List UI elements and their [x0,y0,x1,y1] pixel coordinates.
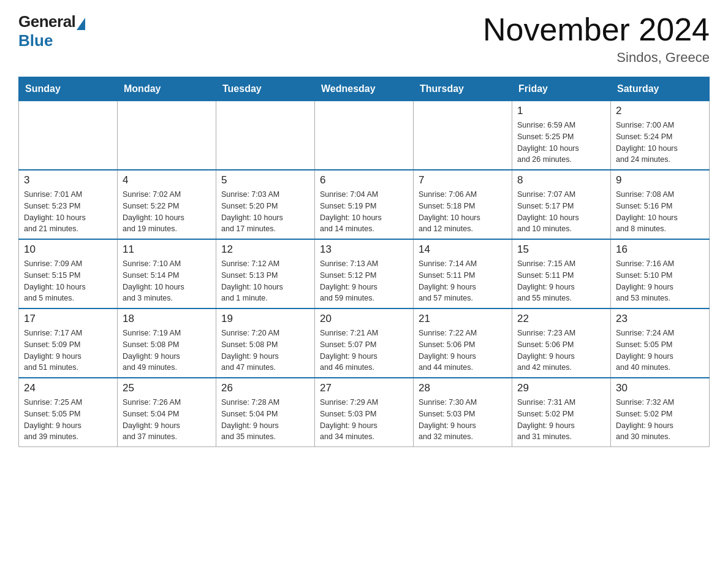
day-info: Sunrise: 7:20 AM Sunset: 5:08 PM Dayligh… [221,327,309,373]
calendar-cell: 25Sunrise: 7:26 AM Sunset: 5:04 PM Dayli… [118,378,216,447]
logo-arrow-icon [77,18,85,30]
day-info: Sunrise: 7:25 AM Sunset: 5:05 PM Dayligh… [24,397,112,443]
day-info: Sunrise: 7:12 AM Sunset: 5:13 PM Dayligh… [221,258,309,304]
calendar-cell [216,101,315,170]
day-info: Sunrise: 6:59 AM Sunset: 5:25 PM Dayligh… [517,120,605,166]
day-number: 13 [320,243,408,256]
day-info: Sunrise: 7:23 AM Sunset: 5:06 PM Dayligh… [517,327,605,373]
calendar-cell: 21Sunrise: 7:22 AM Sunset: 5:06 PM Dayli… [414,308,512,378]
day-number: 1 [517,105,605,117]
day-info: Sunrise: 7:06 AM Sunset: 5:18 PM Dayligh… [419,189,507,235]
calendar-cell: 14Sunrise: 7:14 AM Sunset: 5:11 PM Dayli… [414,239,512,308]
day-info: Sunrise: 7:08 AM Sunset: 5:16 PM Dayligh… [616,189,704,235]
day-info: Sunrise: 7:14 AM Sunset: 5:11 PM Dayligh… [419,258,507,304]
calendar-cell: 6Sunrise: 7:04 AM Sunset: 5:19 PM Daylig… [315,170,414,239]
day-info: Sunrise: 7:26 AM Sunset: 5:04 PM Dayligh… [123,397,211,443]
calendar-title: November 2024 [483,12,710,47]
calendar-cell: 13Sunrise: 7:13 AM Sunset: 5:12 PM Dayli… [315,239,414,308]
day-number: 3 [24,174,112,186]
calendar-cell: 27Sunrise: 7:29 AM Sunset: 5:03 PM Dayli… [315,378,414,447]
calendar-subtitle: Sindos, Greece [483,50,710,66]
calendar-cell: 1Sunrise: 6:59 AM Sunset: 5:25 PM Daylig… [512,101,611,170]
day-number: 5 [221,174,309,186]
day-info: Sunrise: 7:00 AM Sunset: 5:24 PM Dayligh… [616,120,704,166]
day-number: 15 [517,243,605,256]
day-info: Sunrise: 7:32 AM Sunset: 5:02 PM Dayligh… [616,397,704,443]
day-info: Sunrise: 7:09 AM Sunset: 5:15 PM Dayligh… [24,258,112,304]
day-info: Sunrise: 7:30 AM Sunset: 5:03 PM Dayligh… [419,397,507,443]
day-number: 19 [221,313,309,325]
calendar-cell [414,101,512,170]
day-number: 6 [320,174,408,186]
calendar-day-header: Thursday [414,77,512,101]
day-number: 23 [616,313,704,325]
day-number: 27 [320,382,408,394]
day-info: Sunrise: 7:04 AM Sunset: 5:19 PM Dayligh… [320,189,408,235]
calendar-cell: 18Sunrise: 7:19 AM Sunset: 5:08 PM Dayli… [118,308,216,378]
day-number: 7 [419,174,507,186]
calendar-table: SundayMondayTuesdayWednesdayThursdayFrid… [18,77,710,447]
calendar-day-header: Monday [118,77,216,101]
day-info: Sunrise: 7:10 AM Sunset: 5:14 PM Dayligh… [123,258,211,304]
logo: General Blue [18,12,85,50]
calendar-cell: 5Sunrise: 7:03 AM Sunset: 5:20 PM Daylig… [216,170,315,239]
day-number: 14 [419,243,507,256]
calendar-cell: 20Sunrise: 7:21 AM Sunset: 5:07 PM Dayli… [315,308,414,378]
calendar-cell: 4Sunrise: 7:02 AM Sunset: 5:22 PM Daylig… [118,170,216,239]
calendar-cell: 17Sunrise: 7:17 AM Sunset: 5:09 PM Dayli… [19,308,118,378]
day-number: 28 [419,382,507,394]
day-number: 26 [221,382,309,394]
day-number: 9 [616,174,704,186]
day-info: Sunrise: 7:31 AM Sunset: 5:02 PM Dayligh… [517,397,605,443]
calendar-cell: 7Sunrise: 7:06 AM Sunset: 5:18 PM Daylig… [414,170,512,239]
calendar-cell: 2Sunrise: 7:00 AM Sunset: 5:24 PM Daylig… [611,101,710,170]
day-number: 17 [24,313,112,325]
day-number: 21 [419,313,507,325]
calendar-cell: 24Sunrise: 7:25 AM Sunset: 5:05 PM Dayli… [19,378,118,447]
calendar-cell: 8Sunrise: 7:07 AM Sunset: 5:17 PM Daylig… [512,170,611,239]
calendar-cell: 10Sunrise: 7:09 AM Sunset: 5:15 PM Dayli… [19,239,118,308]
title-block: November 2024 Sindos, Greece [483,12,710,66]
day-info: Sunrise: 7:15 AM Sunset: 5:11 PM Dayligh… [517,258,605,304]
calendar-cell: 16Sunrise: 7:16 AM Sunset: 5:10 PM Dayli… [611,239,710,308]
calendar-cell: 9Sunrise: 7:08 AM Sunset: 5:16 PM Daylig… [611,170,710,239]
calendar-day-header: Friday [512,77,611,101]
day-number: 29 [517,382,605,394]
day-number: 22 [517,313,605,325]
day-number: 16 [616,243,704,256]
calendar-cell: 19Sunrise: 7:20 AM Sunset: 5:08 PM Dayli… [216,308,315,378]
calendar-cell: 22Sunrise: 7:23 AM Sunset: 5:06 PM Dayli… [512,308,611,378]
day-info: Sunrise: 7:03 AM Sunset: 5:20 PM Dayligh… [221,189,309,235]
calendar-cell: 28Sunrise: 7:30 AM Sunset: 5:03 PM Dayli… [414,378,512,447]
day-info: Sunrise: 7:13 AM Sunset: 5:12 PM Dayligh… [320,258,408,304]
calendar-cell: 3Sunrise: 7:01 AM Sunset: 5:23 PM Daylig… [19,170,118,239]
day-info: Sunrise: 7:01 AM Sunset: 5:23 PM Dayligh… [24,189,112,235]
day-number: 8 [517,174,605,186]
day-number: 4 [123,174,211,186]
calendar-day-header: Tuesday [216,77,315,101]
calendar-cell: 30Sunrise: 7:32 AM Sunset: 5:02 PM Dayli… [611,378,710,447]
calendar-cell [118,101,216,170]
day-info: Sunrise: 7:02 AM Sunset: 5:22 PM Dayligh… [123,189,211,235]
calendar-cell: 15Sunrise: 7:15 AM Sunset: 5:11 PM Dayli… [512,239,611,308]
day-number: 11 [123,243,211,256]
day-info: Sunrise: 7:22 AM Sunset: 5:06 PM Dayligh… [419,327,507,373]
day-number: 20 [320,313,408,325]
day-info: Sunrise: 7:28 AM Sunset: 5:04 PM Dayligh… [221,397,309,443]
day-number: 10 [24,243,112,256]
day-info: Sunrise: 7:29 AM Sunset: 5:03 PM Dayligh… [320,397,408,443]
calendar-cell: 11Sunrise: 7:10 AM Sunset: 5:14 PM Dayli… [118,239,216,308]
calendar-day-header: Sunday [19,77,118,101]
logo-blue-text: Blue [18,31,53,50]
day-number: 2 [616,105,704,117]
logo-general-text: General [18,12,75,31]
day-info: Sunrise: 7:19 AM Sunset: 5:08 PM Dayligh… [123,327,211,373]
calendar-cell: 29Sunrise: 7:31 AM Sunset: 5:02 PM Dayli… [512,378,611,447]
day-info: Sunrise: 7:07 AM Sunset: 5:17 PM Dayligh… [517,189,605,235]
calendar-cell [19,101,118,170]
calendar-day-header: Saturday [611,77,710,101]
calendar-cell [315,101,414,170]
day-info: Sunrise: 7:17 AM Sunset: 5:09 PM Dayligh… [24,327,112,373]
day-number: 30 [616,382,704,394]
calendar-day-header: Wednesday [315,77,414,101]
